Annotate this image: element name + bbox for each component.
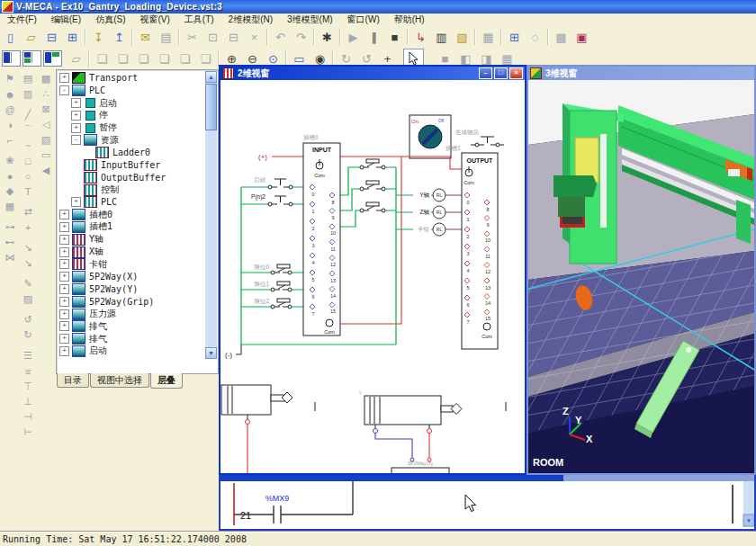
expander-icon[interactable]: + xyxy=(59,73,69,83)
side-tool-colB-4[interactable]: ⌒ xyxy=(20,122,36,138)
import-file-button[interactable]: ↧ xyxy=(88,27,109,47)
expander-icon[interactable]: + xyxy=(59,297,69,307)
menu-item-1[interactable]: 编辑(E) xyxy=(44,13,88,26)
side-tool-colB-22[interactable]: ☰ xyxy=(20,348,36,363)
expander-icon[interactable]: + xyxy=(59,272,69,282)
pn2-push-button[interactable] xyxy=(268,196,292,206)
view-iso-2-button[interactable]: ❏ xyxy=(112,49,133,68)
generate-push-button[interactable] xyxy=(471,137,504,147)
side-tool-colA-6[interactable]: ❀ xyxy=(2,153,18,168)
side-tool-colC-5[interactable]: ▭ xyxy=(38,148,54,163)
side-tool-colA-0[interactable]: ⚑ xyxy=(2,71,18,86)
tree-item-插槽1[interactable]: +插槽1 xyxy=(58,221,205,234)
expander-icon[interactable]: + xyxy=(59,346,69,356)
side-tool-colB-13[interactable]: ↘ xyxy=(20,240,36,255)
tree-item-排气[interactable]: +排气 xyxy=(58,320,205,333)
tree-item-暂停[interactable]: +暂停 xyxy=(58,121,205,134)
rotary-switch[interactable]: On Off xyxy=(410,115,451,158)
tree-tab-目录[interactable]: 目录 xyxy=(57,373,89,388)
tree-item-启动[interactable]: +启动 xyxy=(58,97,205,110)
side-tool-colB-19[interactable]: ↺ xyxy=(20,312,36,327)
view-iso-3-button[interactable]: ❏ xyxy=(133,49,154,68)
tree-item-X轴[interactable]: +X轴 xyxy=(58,246,205,258)
menu-item-5[interactable]: 2维模型(N) xyxy=(221,13,280,26)
side-tool-colB-16[interactable]: ✎ xyxy=(20,276,36,291)
tree-tab-视图中选择[interactable]: 视图中选择 xyxy=(90,373,149,388)
tree-item-Y轴[interactable]: +Y轴 xyxy=(58,233,205,246)
report-warning-button[interactable]: ▧ xyxy=(452,27,472,47)
report-button[interactable]: ▥ xyxy=(431,27,452,47)
valve-5p2way[interactable]: 5P2Way(X) xyxy=(392,458,449,473)
side-tool-colB-14[interactable]: ↘ xyxy=(20,255,36,271)
tree-item-5P2Way(Grip)[interactable]: +5P2Way(Grip) xyxy=(58,295,205,308)
tree-item-Ladder0[interactable]: +Ladder0 xyxy=(58,147,205,159)
grid-view-button[interactable]: ⊞ xyxy=(504,27,525,47)
expander-icon[interactable]: + xyxy=(59,210,69,219)
tree-item-5P2Way(X)[interactable]: +5P2Way(X) xyxy=(58,271,205,283)
expander-icon[interactable]: + xyxy=(71,123,81,133)
side-tool-colA-2[interactable]: @ xyxy=(2,102,18,117)
open-layout-button[interactable]: ▱ xyxy=(66,49,86,68)
tree-scroll-thumb[interactable] xyxy=(205,84,217,130)
cut-button[interactable]: ✂ xyxy=(182,27,202,47)
menu-item-3[interactable]: 视窗(V) xyxy=(132,13,176,26)
view-iso-1-button[interactable]: ❏ xyxy=(92,49,112,68)
pattern-view-button[interactable]: ▩ xyxy=(551,27,572,47)
new-file-button[interactable]: ▯ xyxy=(0,27,21,47)
maximize-button[interactable]: □ xyxy=(494,67,508,79)
scroll-down-icon[interactable]: ▼ xyxy=(746,518,752,524)
simulate-stop-button[interactable]: ■ xyxy=(384,27,405,47)
view-iso-5-button[interactable]: ❏ xyxy=(175,49,195,68)
wire-mode-button[interactable]: ↳ xyxy=(410,27,431,47)
menu-item-6[interactable]: 3维模型(M) xyxy=(280,13,340,26)
ladder-panel[interactable]: 21 %MX9 ▼ xyxy=(219,475,756,531)
expander-icon[interactable]: + xyxy=(71,111,81,121)
tree-item-排气[interactable]: +排气 xyxy=(58,333,205,345)
open-file-button[interactable]: ▱ xyxy=(21,27,41,47)
scroll-down-icon[interactable]: ▼ xyxy=(205,347,217,359)
side-tool-colA-4[interactable]: ⌐ xyxy=(2,132,18,148)
side-tool-colC-4[interactable]: ▧ xyxy=(38,132,54,148)
expander-icon[interactable]: + xyxy=(59,334,69,344)
3d-window-titlebar[interactable]: 3维视窗 xyxy=(528,67,754,80)
side-tool-colB-6[interactable]: □ xyxy=(20,153,36,168)
side-tool-colA-13[interactable]: ⋈ xyxy=(2,250,18,265)
export-file-button[interactable]: ↥ xyxy=(109,27,130,47)
side-tool-colB-24[interactable]: ⊤ xyxy=(20,379,36,394)
scroll-up-icon[interactable]: ▲ xyxy=(205,71,217,83)
close-button[interactable]: × xyxy=(509,67,523,79)
side-tool-colB-23[interactable]: ≡ xyxy=(20,363,36,379)
layout-preset-2-button[interactable] xyxy=(22,50,41,67)
input-block[interactable]: 插槽0 INPUT Com 0123456789101112131415 Com xyxy=(303,134,340,336)
side-tool-colA-9[interactable]: ▦ xyxy=(2,199,18,214)
side-tool-colB-20[interactable]: ↻ xyxy=(20,327,36,343)
print-button[interactable]: ▤ xyxy=(156,27,176,47)
side-tool-colC-0[interactable]: ▩ xyxy=(38,71,54,86)
tree-item-控制[interactable]: +控制 xyxy=(58,183,205,196)
expander-icon[interactable]: - xyxy=(71,135,81,145)
tree-scrollbar[interactable]: ▲ ▼ xyxy=(205,71,217,359)
side-tool-colA-3[interactable]: ◑ xyxy=(2,117,18,132)
menu-item-2[interactable]: 仿真(S) xyxy=(88,13,132,26)
side-tool-colC-2[interactable]: ⊠ xyxy=(38,102,54,117)
output-block[interactable]: 插槽1 OUTPUT Com 0123456789101112131415 Co… xyxy=(446,145,498,349)
tree-item-停[interactable]: +停 xyxy=(58,109,205,121)
paste-button[interactable]: ⊟ xyxy=(223,27,244,47)
side-tool-colB-27[interactable]: ⊢ xyxy=(20,425,36,440)
save-file-button[interactable]: ⊟ xyxy=(41,27,62,47)
menu-item-7[interactable]: 窗口(W) xyxy=(340,13,387,26)
tree-tab-层叠[interactable]: 层叠 xyxy=(150,373,183,389)
expander-icon[interactable]: + xyxy=(71,98,81,108)
tree-item-插槽0[interactable]: +插槽0 xyxy=(58,209,205,221)
side-tool-colA-11[interactable]: ⊶ xyxy=(2,219,18,235)
side-tool-colA-8[interactable]: ◆ xyxy=(2,183,18,199)
side-tool-colA-7[interactable]: ● xyxy=(2,168,18,183)
compile-button[interactable]: ✱ xyxy=(317,27,338,47)
layout-preset-1-button[interactable] xyxy=(2,50,21,67)
side-tool-colA-12[interactable]: ⊷ xyxy=(2,235,18,250)
tree-item-5P2Way(Y)[interactable]: +5P2Way(Y) xyxy=(58,283,205,296)
light-toggle-button[interactable]: ◌ xyxy=(525,27,545,47)
layout-preset-3-button[interactable] xyxy=(43,50,62,67)
send-mail-button[interactable]: ✉ xyxy=(135,27,156,47)
side-tool-colB-10[interactable]: ⇄ xyxy=(20,204,36,219)
